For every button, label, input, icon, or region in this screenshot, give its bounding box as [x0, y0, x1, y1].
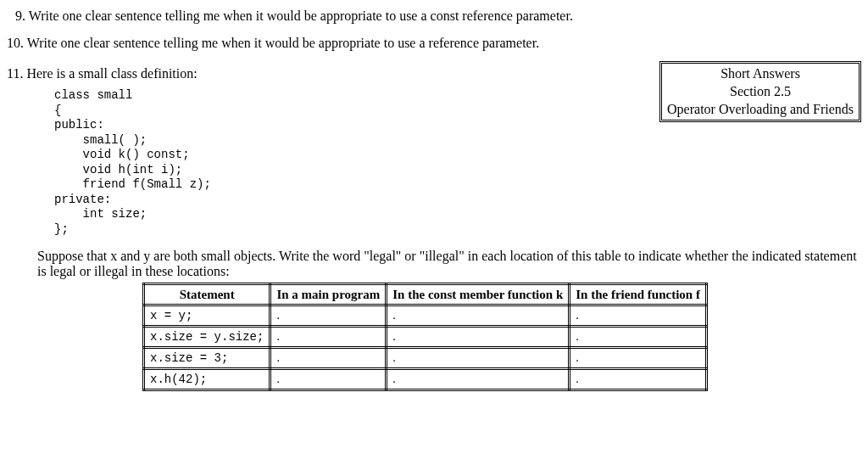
stmt-cell: x.h(42); — [144, 369, 270, 390]
table-row: x.size = 3; . . . — [144, 348, 707, 369]
question-11-text: Here is a small class definition: — [26, 66, 197, 81]
answer-cell: . — [270, 348, 387, 369]
answer-cell: . — [387, 369, 570, 390]
table-row: x.size = y.size; . . . — [144, 327, 707, 348]
answer-cell: . — [570, 327, 707, 348]
table-row: x.h(42); . . . — [144, 369, 707, 390]
question-9-number: 9. — [15, 8, 25, 23]
answer-cell: . — [270, 327, 387, 348]
answer-cell: . — [387, 327, 570, 348]
answer-cell: . — [570, 348, 707, 369]
legal-illegal-table: Statement In a main program In the const… — [142, 283, 708, 391]
instruction-text: Suppose that x and y are both small obje… — [37, 249, 861, 279]
question-11: 11. Here is a small class definition: — [7, 66, 198, 81]
table-row: x = y; . . . — [144, 305, 707, 327]
answer-cell: . — [387, 305, 570, 327]
stmt-cell: x.size = y.size; — [144, 327, 270, 348]
table-header-row: Statement In a main program In the const… — [144, 284, 707, 305]
answer-cell: . — [570, 305, 707, 327]
header-statement: Statement — [144, 284, 270, 305]
stmt-cell: x.size = 3; — [144, 348, 270, 369]
answer-cell: . — [387, 348, 570, 369]
question-11-number: 11. — [7, 66, 23, 81]
infobox-line3: Operator Overloading and Friends — [667, 101, 854, 119]
header-friend-function: In the friend function f — [570, 284, 707, 305]
question-10: 10. Write one clear sentence telling me … — [7, 36, 861, 51]
question-10-text: Write one clear sentence telling me when… — [27, 36, 539, 50]
header-const-member: In the const member function k — [387, 284, 570, 305]
answer-cell: . — [270, 305, 387, 327]
answer-cell: . — [570, 369, 707, 390]
question-9: 9. Write one clear sentence telling me w… — [15, 8, 861, 24]
short-answers-box: Short Answers Section 2.5 Operator Overl… — [659, 61, 861, 122]
answer-cell: . — [270, 369, 387, 390]
stmt-cell: x = y; — [144, 305, 270, 327]
infobox-line1: Short Answers — [667, 65, 854, 83]
infobox-line2: Section 2.5 — [667, 83, 854, 101]
question-10-number: 10. — [7, 36, 24, 50]
header-main-program: In a main program — [270, 284, 387, 305]
question-9-text: Write one clear sentence telling me when… — [29, 8, 573, 23]
